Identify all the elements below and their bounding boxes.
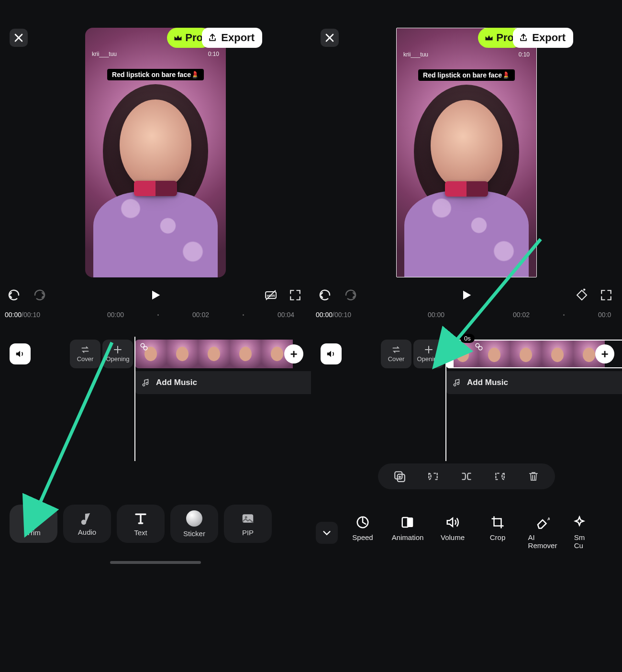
export-icon [519,33,528,43]
fullscreen-icon[interactable] [289,289,301,301]
split-right-button[interactable] [492,468,508,485]
redo-button [33,288,47,302]
preview-duration: 0:10 [519,51,530,58]
link-icon [475,342,483,351]
video-preview[interactable]: krii___tuu 0:10 Red lipstick on bare fac… [396,28,537,277]
collapse-tools-button[interactable] [316,522,338,544]
preview-duration: 0:10 [208,51,219,57]
duplicate-button[interactable] [391,468,408,485]
plus-icon [114,346,122,353]
export-button[interactable]: Export [513,28,573,48]
opening-chip[interactable]: Opening [102,340,133,368]
time-ruler[interactable]: 00:00 00:02 00:0 [428,311,611,319]
note-icon [80,512,94,525]
cover-chip[interactable]: Cover [70,340,100,368]
add-music-label: Add Music [467,378,508,387]
ruler-tick: 00:0 [598,311,611,319]
trim-tool[interactable]: Trim [10,505,57,543]
swap-icon [80,346,90,353]
close-button[interactable] [321,29,339,47]
text-tool[interactable]: Text [117,505,165,543]
time-ruler[interactable]: 00:00 00:02 00:04 [107,311,294,319]
volume-icon [445,515,460,529]
timeline[interactable]: Cover Opening 0s + Add Music [319,337,622,404]
svg-point-4 [144,346,147,350]
sticker-tool[interactable]: Sticker [170,505,218,543]
ai-remover-tool[interactable]: AI AIRemover [522,515,563,550]
keyframe-icon[interactable] [575,288,589,302]
trim-handle-left[interactable] [446,340,454,368]
svg-rect-13 [398,474,405,482]
opening-label: Opening [106,355,129,363]
add-music-button[interactable]: Add Music [135,371,311,394]
trim-offset-badge: 0s [460,334,475,343]
speaker-icon [15,349,25,359]
audio-label: Audio [78,528,96,536]
split-left-icon [427,470,439,483]
split-left-button[interactable] [425,468,441,485]
fullscreen-icon[interactable] [600,289,612,301]
svg-point-10 [476,343,479,347]
animation-tool[interactable]: Animation [388,515,428,541]
pip-label: PIP [242,529,254,537]
time-current: 00:00 [5,311,22,319]
play-button[interactable] [149,288,162,302]
opening-chip[interactable]: Opening [413,340,444,368]
ruler-tick: 00:00 [428,311,444,319]
time-total: 00:10 [23,311,40,319]
smart-cut-tool[interactable]: SmCu [567,515,591,550]
video-preview[interactable]: krii___tuu 0:10 Red lipstick on bare fac… [85,28,226,277]
close-icon [14,33,23,42]
split-icon [460,470,473,483]
export-label: Export [221,32,255,44]
crop-label: Crop [490,533,506,541]
time-current: 00:00 [316,311,333,319]
time-row: 00:00/00:10 00:00 00:02 00:04 [5,311,306,319]
primary-tool-row: Trim Audio Text Sticker PIP [10,505,311,543]
timeline[interactable]: Cover Opening + Add Music [8,337,311,404]
volume-tool[interactable]: Volume [433,515,473,541]
mute-button[interactable] [321,343,342,364]
crop-tool[interactable]: Crop [478,515,518,541]
pro-label: Pro [185,32,203,44]
add-clip-button[interactable]: + [284,344,303,364]
audio-tool[interactable]: Audio [63,505,111,543]
scissors-icon [26,511,41,526]
volume-label: Volume [441,533,465,541]
preview-caption: Red lipstick on bare face💄 [107,69,204,80]
eraser-ai-icon: AI [535,515,550,529]
playhead[interactable] [445,337,446,461]
svg-rect-16 [407,518,413,527]
link-icon [140,342,148,351]
cover-chip[interactable]: Cover [381,340,411,368]
undo-button[interactable] [7,288,21,302]
hdr-off-icon[interactable]: HDR [264,288,278,302]
crop-icon [490,515,505,529]
swap-icon [391,346,401,353]
speed-tool[interactable]: Speed [343,515,383,541]
editor-pane-left: krii___tuu 0:10 Red lipstick on bare fac… [0,0,311,672]
play-button[interactable] [460,288,473,302]
trash-icon [528,471,539,482]
svg-text:AI: AI [547,517,550,521]
add-music-button[interactable]: Add Music [446,371,622,394]
ruler-tick: 00:00 [107,311,124,319]
animation-label: Animation [392,533,424,541]
close-button[interactable] [10,29,28,47]
duplicate-icon [393,470,406,483]
mute-button[interactable] [10,343,31,364]
pip-tool[interactable]: PIP [224,505,272,543]
pro-label: Pro [496,32,514,44]
split-button[interactable] [458,468,475,485]
cover-label: Cover [388,355,405,363]
export-button[interactable]: Export [202,28,262,48]
delete-button[interactable] [525,468,542,485]
playhead[interactable] [134,337,135,461]
add-clip-button[interactable]: + [595,344,614,364]
undo-button[interactable] [318,288,332,302]
crown-icon [485,34,493,41]
plus-icon [425,346,433,353]
music-note-icon [453,378,461,387]
close-icon [325,33,334,42]
home-indicator [110,561,201,564]
